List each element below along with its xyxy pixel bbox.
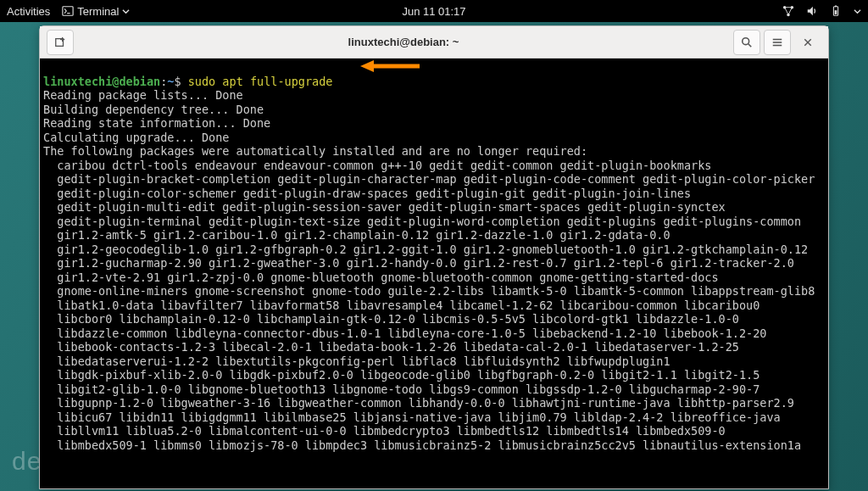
window-title: linuxtechi@debian: ~ <box>75 36 732 48</box>
terminal-output: Reading package lists... Done Building d… <box>43 88 815 452</box>
network-icon[interactable] <box>782 5 794 17</box>
terminal-content[interactable]: linuxtechi@debian:~$ sudo apt full-upgra… <box>40 59 828 488</box>
svg-rect-0 <box>63 7 73 16</box>
window-titlebar: linuxtechi@debian: ~ <box>40 26 828 59</box>
gnome-top-bar: Activities Terminal Jun 11 01:17 <box>0 0 868 22</box>
close-icon <box>803 37 813 47</box>
menu-button[interactable] <box>764 30 791 55</box>
prompt-symbol: $ <box>174 75 181 88</box>
svg-point-11 <box>743 37 749 44</box>
svg-line-12 <box>748 43 752 47</box>
chevron-down-icon[interactable] <box>854 8 861 15</box>
svg-marker-19 <box>360 60 374 72</box>
clock[interactable]: Jun 11 01:17 <box>402 5 465 18</box>
close-button[interactable] <box>794 30 821 55</box>
new-tab-icon <box>54 36 66 48</box>
svg-rect-7 <box>835 10 837 14</box>
new-tab-button[interactable] <box>47 30 74 55</box>
activities-button[interactable]: Activities <box>7 5 50 18</box>
svg-rect-6 <box>835 5 837 7</box>
app-menu-label: Terminal <box>77 5 119 18</box>
annotation-arrow <box>360 59 420 73</box>
volume-icon[interactable] <box>806 5 818 17</box>
prompt-userhost: linuxtechi@debian <box>43 75 160 88</box>
terminal-window: linuxtechi@debian: ~ linuxtechi@debian:~… <box>39 25 829 489</box>
hamburger-icon <box>771 36 783 48</box>
app-menu-terminal[interactable]: Terminal <box>62 5 130 18</box>
search-button[interactable] <box>733 30 760 55</box>
terminal-icon <box>62 5 74 17</box>
battery-icon[interactable] <box>830 5 842 17</box>
search-icon <box>741 36 753 48</box>
prompt-command: sudo apt full-upgrade <box>188 75 333 88</box>
chevron-down-icon <box>122 8 130 15</box>
